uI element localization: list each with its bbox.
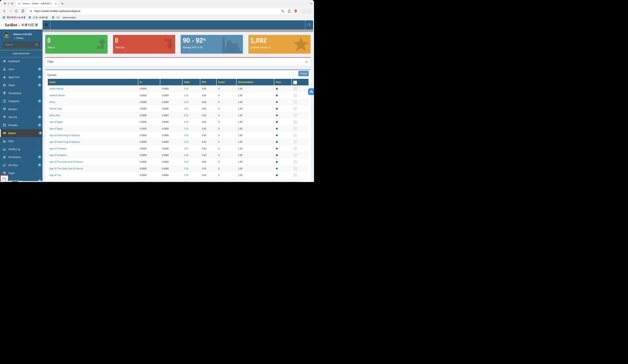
svg-text:B: B — [19, 3, 19, 4]
